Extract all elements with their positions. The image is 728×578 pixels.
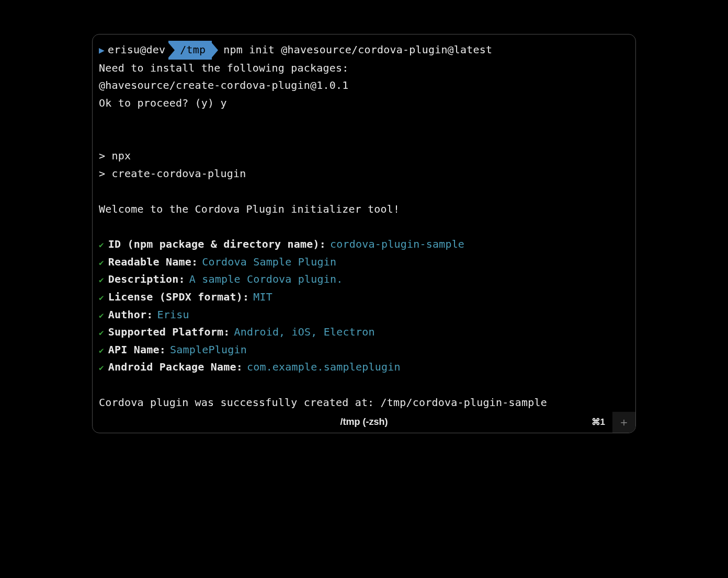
prompt-value: MIT (253, 288, 272, 306)
blank-line (99, 130, 629, 147)
success-line: Cordova plugin was successfully created … (99, 394, 629, 412)
plus-icon: ＋ (618, 414, 630, 430)
tab-title[interactable]: /tmp (-zsh) (340, 417, 388, 427)
prompt-value: Android, iOS, Electron (234, 323, 374, 341)
tab-bar: /tmp (-zsh) ⌘1 ＋ (93, 412, 635, 433)
prompt-label: ID (npm package & directory name): (108, 236, 326, 253)
prompt-start-icon: ▶ (99, 42, 105, 58)
prompt-label: Supported Platform: (108, 323, 230, 341)
output-line: @havesource/create-cordova-plugin@1.0.1 (99, 77, 629, 95)
prompt-value: Erisu (157, 306, 189, 324)
prompt-dir: /tmp (168, 41, 212, 60)
prompt-answer-line: ✔Author:Erisu (99, 306, 629, 324)
terminal-window: ▶ erisu@dev /tmp npm init @havesource/co… (92, 34, 636, 433)
blank-line (99, 183, 629, 201)
checkmark-icon: ✔ (99, 291, 104, 305)
prompt-value: A sample Cordova plugin. (189, 271, 343, 288)
output-line: Ok to proceed? (y) y (99, 95, 629, 112)
checkmark-icon: ✔ (99, 273, 104, 287)
prompt-line: ▶ erisu@dev /tmp npm init @havesource/co… (99, 41, 629, 60)
checkmark-icon: ✔ (99, 309, 104, 323)
output-line: > create-cordova-plugin (99, 165, 629, 183)
blank-line (99, 112, 629, 130)
prompt-value: cordova-plugin-sample (330, 236, 464, 253)
prompt-answer-line: ✔Readable Name:Cordova Sample Plugin (99, 253, 629, 271)
prompt-answer-line: ✔Description:A sample Cordova plugin. (99, 271, 629, 288)
new-tab-button[interactable]: ＋ (612, 412, 635, 433)
prompt-label: API Name: (108, 341, 166, 359)
checkmark-icon: ✔ (99, 326, 104, 340)
prompt-user: erisu@dev (107, 41, 168, 59)
tab-right-controls: ⌘1 ＋ (592, 412, 635, 433)
blank-line (99, 376, 629, 394)
prompt-value: com.example.sampleplugin (247, 359, 401, 376)
terminal-content[interactable]: ▶ erisu@dev /tmp npm init @havesource/co… (93, 34, 635, 412)
prompts-list: ✔ID (npm package & directory name):cordo… (99, 236, 629, 376)
welcome-line: Welcome to the Cordova Plugin initialize… (99, 201, 629, 218)
prompt-answer-line: ✔Supported Platform:Android, iOS, Electr… (99, 323, 629, 341)
prompt-value: SamplePlugin (170, 341, 247, 359)
prompt-answer-line: ✔License (SPDX format):MIT (99, 288, 629, 306)
prompt-label: Description: (108, 271, 185, 288)
checkmark-icon: ✔ (99, 361, 104, 375)
chevron-left-cutout-icon (168, 43, 175, 57)
chevron-right-icon (212, 43, 218, 57)
prompt-label: License (SPDX format): (108, 288, 249, 306)
prompt-dir-segment: /tmp (168, 41, 218, 60)
blank-line (99, 218, 629, 236)
tab-shortcut-label: ⌘1 (592, 417, 605, 427)
checkmark-icon: ✔ (99, 344, 104, 358)
prompt-label: Android Package Name: (108, 359, 243, 376)
prompt-answer-line: ✔Android Package Name:com.example.sample… (99, 359, 629, 376)
checkmark-icon: ✔ (99, 238, 104, 252)
prompt-label: Readable Name: (108, 253, 198, 271)
prompt-answer-line: ✔ID (npm package & directory name):cordo… (99, 236, 629, 253)
checkmark-icon: ✔ (99, 256, 104, 270)
prompt-value: Cordova Sample Plugin (202, 253, 336, 271)
prompt-command: npm init @havesource/cordova-plugin@late… (223, 41, 492, 59)
prompt-answer-line: ✔API Name:SamplePlugin (99, 341, 629, 359)
output-line: > npx (99, 147, 629, 165)
output-line: Need to install the following packages: (99, 60, 629, 77)
prompt-label: Author: (108, 306, 153, 324)
